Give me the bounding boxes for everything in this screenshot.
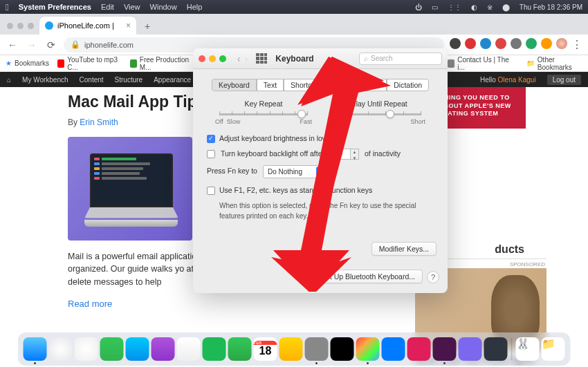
menu-help[interactable]: Help — [187, 3, 203, 11]
mail-icon[interactable] — [126, 337, 149, 361]
close-icon[interactable] — [199, 55, 205, 62]
admin-link[interactable]: Appearance — [154, 76, 191, 84]
app-name[interactable]: System Preferences — [19, 3, 91, 11]
macos-menubar:  System Preferences Edit View Window He… — [0, 0, 588, 14]
browser-tab[interactable]: iPhoneLife.com | × — [39, 17, 136, 35]
tab-shortcuts[interactable]: Shortcuts — [284, 79, 328, 91]
notes-icon[interactable] — [279, 337, 303, 361]
extension-icon[interactable] — [495, 38, 506, 49]
extension-icon[interactable] — [526, 38, 537, 49]
logout-button[interactable]: Log out — [547, 75, 581, 85]
modifier-keys-button[interactable]: Modifier Keys... — [371, 242, 437, 256]
slider-track[interactable] — [219, 113, 308, 115]
zoom-icon[interactable] — [382, 337, 405, 361]
slider-track[interactable] — [333, 113, 421, 115]
trash-icon[interactable]: 🐰 — [516, 337, 540, 361]
stepper-icon[interactable]: ▲▼ — [351, 149, 359, 160]
menu-window[interactable]: Window — [150, 3, 177, 11]
facetime-icon[interactable] — [228, 337, 252, 361]
app-icon[interactable] — [459, 337, 482, 361]
system-prefs-icon[interactable] — [305, 337, 329, 361]
admin-link[interactable]: My Workbench — [22, 76, 68, 84]
checkbox-icon: ✓ — [207, 135, 215, 143]
terminal-icon[interactable] — [331, 337, 354, 361]
reload-button[interactable]: ⟳ — [44, 39, 58, 50]
hello-text: Hello Olena Kagui — [480, 76, 536, 84]
status-icon[interactable]: ⏻ — [415, 3, 422, 11]
back-button[interactable]: ← — [6, 39, 19, 50]
admin-link[interactable]: Structure — [115, 76, 143, 84]
chrome-icon[interactable] — [356, 337, 380, 361]
show-all-icon[interactable] — [256, 53, 267, 64]
photos-icon[interactable] — [75, 337, 98, 361]
zoom-icon[interactable] — [219, 55, 226, 62]
menu-edit[interactable]: Edit — [101, 3, 114, 11]
back-button[interactable]: ‹ — [237, 53, 241, 64]
delay-repeat-slider: Delay Until Repeat LongShort — [329, 100, 425, 125]
extension-icon[interactable] — [465, 38, 476, 49]
tab-dictation[interactable]: Dictation — [387, 79, 429, 91]
close-tab-icon[interactable]: × — [126, 21, 131, 30]
window-controls[interactable] — [7, 23, 34, 29]
slack-icon[interactable] — [433, 337, 457, 361]
checkbox-icon — [207, 187, 215, 195]
bookmarks-menu[interactable]: ★Bookmarks — [6, 59, 49, 67]
safari-icon[interactable] — [49, 337, 73, 361]
menu-view[interactable]: View — [124, 3, 140, 11]
podcasts-icon[interactable] — [151, 337, 175, 361]
tab-title: iPhoneLife.com | — [57, 21, 114, 30]
extension-icon[interactable] — [511, 38, 522, 49]
spotify-icon[interactable] — [203, 337, 226, 361]
prefs-tabs: Keyboard Text Shortcuts Input Sources Di… — [193, 79, 448, 91]
prefs-titlebar: ‹ › Keyboard ⌕ Search — [193, 48, 448, 69]
backlight-off-checkbox[interactable]: Turn keyboard backlight off after 5 ▲▼ o… — [207, 149, 434, 160]
bookmark-item[interactable]: Free Production M... — [130, 56, 194, 71]
new-tab-button[interactable]: + — [139, 21, 156, 32]
admin-link[interactable]: Content — [80, 76, 104, 84]
slider-knob[interactable] — [297, 110, 306, 118]
chrome-menu-icon[interactable]: ⋮ — [571, 38, 582, 51]
folder-icon[interactable]: 📁 — [542, 337, 565, 361]
sponsored-label: SPONSORED — [510, 261, 545, 267]
minimize-icon[interactable] — [209, 55, 216, 62]
author-link[interactable]: Erin Smith — [80, 117, 118, 127]
apple-menu-icon[interactable]:  — [6, 2, 9, 12]
read-more-link[interactable]: Read more — [68, 299, 400, 309]
zoho-icon[interactable] — [407, 337, 431, 361]
adjust-brightness-checkbox[interactable]: ✓ Adjust keyboard brightness in low ligh… — [207, 133, 434, 144]
tab-keyboard[interactable]: Keyboard — [212, 79, 257, 91]
extension-icon[interactable] — [541, 38, 552, 49]
window-controls[interactable] — [199, 55, 226, 62]
status-icon[interactable]: ※ — [487, 3, 493, 11]
bluetooth-keyboard-button[interactable]: Set Up Bluetooth Keyboard... — [313, 270, 423, 283]
tab-input-sources[interactable]: Input Sources — [328, 79, 387, 91]
app-icon[interactable] — [484, 337, 508, 361]
standard-fkeys-checkbox[interactable]: Use F1, F2, etc. keys as standard functi… — [207, 185, 434, 196]
extension-icon[interactable] — [480, 38, 491, 49]
calendar-icon[interactable]: FEB 18 — [254, 337, 277, 361]
fn-key-select[interactable]: Do Nothing ⇅ — [263, 165, 327, 178]
bookmark-item[interactable]: Contact Us | The i... — [448, 56, 510, 71]
slider-knob[interactable] — [386, 110, 394, 118]
extension-icon[interactable] — [450, 38, 461, 49]
messages-icon[interactable] — [100, 337, 124, 361]
finder-icon[interactable] — [24, 337, 47, 361]
prefs-search[interactable]: ⌕ Search — [359, 53, 442, 65]
menubar-clock[interactable]: Thu Feb 18 2:36 PM — [520, 3, 582, 11]
backlight-seconds-input[interactable]: 5 — [330, 149, 351, 160]
other-bookmarks[interactable]: 📁 Other Bookmarks — [526, 56, 582, 71]
maps-icon[interactable] — [177, 337, 201, 361]
macos-dock: FEB 18 🐰 📁 — [18, 332, 571, 366]
bookmark-item[interactable]: YouTube to mp3 C... — [57, 56, 122, 71]
status-icon[interactable]: ◐ — [471, 3, 477, 11]
dock-separator — [511, 338, 513, 360]
help-icon[interactable]: ? — [427, 271, 439, 283]
wifi-icon[interactable]: ⋮⋮ — [448, 3, 461, 11]
profile-avatar[interactable] — [556, 38, 567, 49]
fkeys-note: When this option is selected, press the … — [219, 200, 434, 221]
status-icon[interactable]: ⬤ — [502, 3, 510, 11]
keyboard-prefs-window: ‹ › Keyboard ⌕ Search Keyboard Text Shor… — [193, 48, 448, 293]
chevron-updown-icon: ⇅ — [316, 167, 326, 176]
tab-text[interactable]: Text — [257, 79, 284, 91]
battery-icon[interactable]: ▭ — [432, 3, 438, 11]
